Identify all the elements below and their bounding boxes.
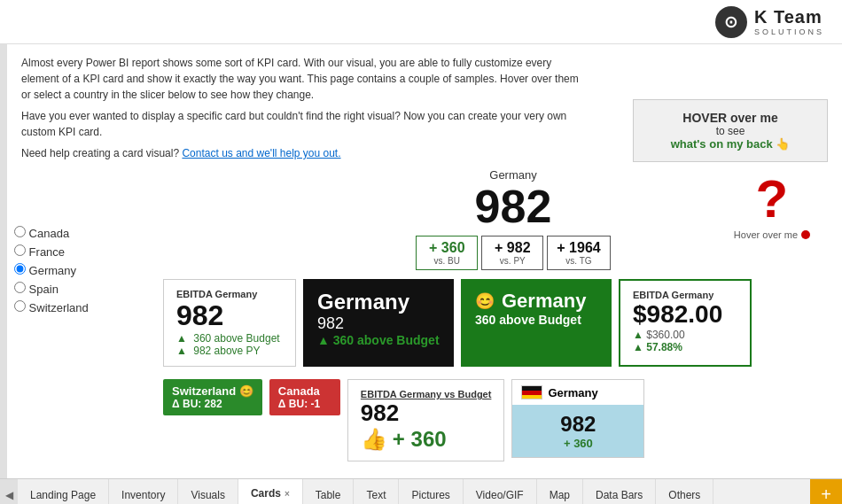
arrow-up-icon-3: ▲ (317, 333, 330, 347)
card-germany-green[interactable]: 😊 Germany 360 above Budget (461, 279, 612, 367)
question-mark-icon: ? (734, 168, 810, 229)
desc-need-help: Need help creating a card visual? Contac… (21, 145, 589, 161)
thumbs-up-icon: 👍 (361, 427, 387, 452)
hover-green: what's on my back 👆 (643, 137, 818, 151)
card-switzerland-small[interactable]: Switzerland 😊 Δ BU: 282 (163, 379, 262, 415)
card6-country: Germany (548, 386, 597, 399)
badge-py-val: + 982 (491, 240, 534, 256)
card6-header: Germany (512, 380, 643, 405)
card-germany-blue[interactable]: Germany 982 + 360 (511, 379, 644, 458)
card4-sub1: ▲ $360.00 (633, 329, 737, 341)
cards-row-1: EBITDA Germany 982 ▲ 360 above Budget ▲ … (163, 279, 828, 367)
card-ebitda-white[interactable]: EBITDA Germany 982 ▲ 360 above Budget ▲ … (163, 279, 296, 367)
badge-bu: + 360 vs. BU (416, 236, 478, 270)
header: ⊙ K Team SOLUTIONS (0, 0, 842, 44)
tab-data-bars[interactable]: Data Bars (583, 479, 656, 504)
country-list: Canada France Germany Spain Switzerland (14, 221, 89, 319)
card-vs-budget[interactable]: EBITDA Germany vs Budget 982 👍 + 360 (347, 379, 505, 461)
contact-link[interactable]: Contact us and we'll help you out. (182, 147, 340, 159)
tab-cards[interactable]: Cards× (238, 479, 303, 504)
main-content: Almost every Power BI report shows some … (0, 44, 842, 478)
country-germany[interactable]: Germany (14, 263, 89, 277)
hover-title: HOVER over me (643, 111, 818, 125)
logo-icon: ⊙ (715, 6, 747, 38)
card1-title: EBITDA Germany (176, 289, 283, 299)
tab-add-button[interactable]: + (810, 479, 842, 504)
card1-value: 982 (176, 299, 283, 332)
card5-title: EBITDA Germany vs Budget (361, 389, 492, 399)
switzerland-val: Δ BU: 282 (172, 398, 253, 410)
card5-value: 982 (361, 399, 492, 427)
smiley-icon: 😊 (475, 291, 495, 311)
card4-title: EBITDA Germany (633, 290, 737, 300)
logo-sub: SOLUTIONS (754, 27, 824, 36)
left-bar (0, 44, 7, 478)
hover-over-me-label: Hover over me (734, 229, 810, 240)
card6-sub: + 360 (521, 437, 635, 450)
logo-name: K Team (754, 7, 824, 27)
switzerland-title: Switzerland 😊 (172, 384, 253, 398)
card2-title: Germany (317, 290, 440, 314)
tab-video-gif[interactable]: Video/GIF (464, 479, 537, 504)
tab-text[interactable]: Text (354, 479, 399, 504)
card3-sub: 360 above Budget (475, 313, 597, 327)
tab-map[interactable]: Map (537, 479, 583, 504)
kpi-section: Germany 982 + 360 vs. BU + 982 vs. PY + … (21, 168, 828, 270)
badge-bu-val: + 360 (425, 240, 468, 256)
card4-value: $982.00 (633, 300, 737, 329)
card-ebitda-bordered[interactable]: EBITDA Germany $982.00 ▲ $360.00 ▲ 57.88… (619, 279, 752, 367)
badge-tg-label: vs. TG (557, 256, 600, 266)
country-spain[interactable]: Spain (14, 282, 89, 296)
tab-pictures[interactable]: Pictures (399, 479, 463, 504)
country-france[interactable]: France (14, 244, 89, 259)
tab-others[interactable]: Others (656, 479, 713, 504)
tabs-container: Landing PageInventoryVisualsCards×TableT… (18, 479, 713, 504)
arrow-up-icon-1: ▲ (176, 332, 187, 345)
canada-title: Canada (278, 384, 331, 398)
content-area: Almost every Power BI report shows some … (7, 44, 842, 478)
card2-sub: ▲ 360 above Budget (317, 333, 440, 347)
canada-val: Δ BU: -1 (278, 398, 331, 410)
tab-table[interactable]: Table (303, 479, 355, 504)
badge-tg: + 1964 vs. TG (547, 236, 610, 270)
german-flag-icon (521, 385, 542, 399)
arrow-up-icon-2: ▲ (176, 345, 187, 357)
card2-value: 982 (317, 314, 440, 333)
card-canada-small[interactable]: Canada Δ BU: -1 (269, 379, 340, 415)
card6-body: 982 + 360 (512, 405, 643, 457)
tab-bar: ◀ Landing PageInventoryVisualsCards×Tabl… (0, 478, 842, 504)
badge-tg-val: + 1964 (557, 240, 600, 256)
hover-sub: to see (643, 125, 818, 137)
card1-sub1: ▲ 360 above Budget (176, 332, 283, 345)
card4-sub2: ▲ 57.88% (633, 341, 737, 353)
kpi-badges: + 360 vs. BU + 982 vs. PY + 1964 vs. TG (199, 236, 828, 270)
question-area[interactable]: ? Hover over me (734, 168, 810, 240)
tab-visuals[interactable]: Visuals (178, 479, 238, 504)
cards-row-2: Switzerland 😊 Δ BU: 282 Canada Δ BU: -1 … (163, 379, 828, 461)
card5-sub: 👍 + 360 (361, 427, 492, 452)
card6-value: 982 (521, 412, 635, 437)
card-germany-black[interactable]: Germany 982 ▲ 360 above Budget (303, 279, 454, 367)
hover-box[interactable]: HOVER over me to see what's on my back 👆 (633, 99, 828, 162)
logo: ⊙ K Team SOLUTIONS (715, 6, 824, 38)
desc-para2: Have you ever wanted to display a specif… (21, 108, 589, 140)
country-switzerland[interactable]: Switzerland (14, 300, 89, 314)
tab-landing-page[interactable]: Landing Page (18, 479, 109, 504)
badge-py: + 982 vs. PY (481, 236, 543, 270)
card1-sub2: ▲ 982 above PY (176, 345, 283, 357)
red-dot-icon (801, 230, 810, 239)
country-canada[interactable]: Canada (14, 226, 89, 240)
tab-close-icon[interactable]: × (285, 489, 290, 499)
tab-prev-arrow[interactable]: ◀ (0, 479, 18, 504)
badge-py-label: vs. PY (491, 256, 534, 266)
badge-bu-label: vs. BU (425, 256, 468, 266)
card3-title: Germany (502, 290, 586, 313)
desc-para1: Almost every Power BI report shows some … (21, 55, 589, 103)
description: Almost every Power BI report shows some … (21, 55, 589, 161)
tab-inventory[interactable]: Inventory (109, 479, 178, 504)
